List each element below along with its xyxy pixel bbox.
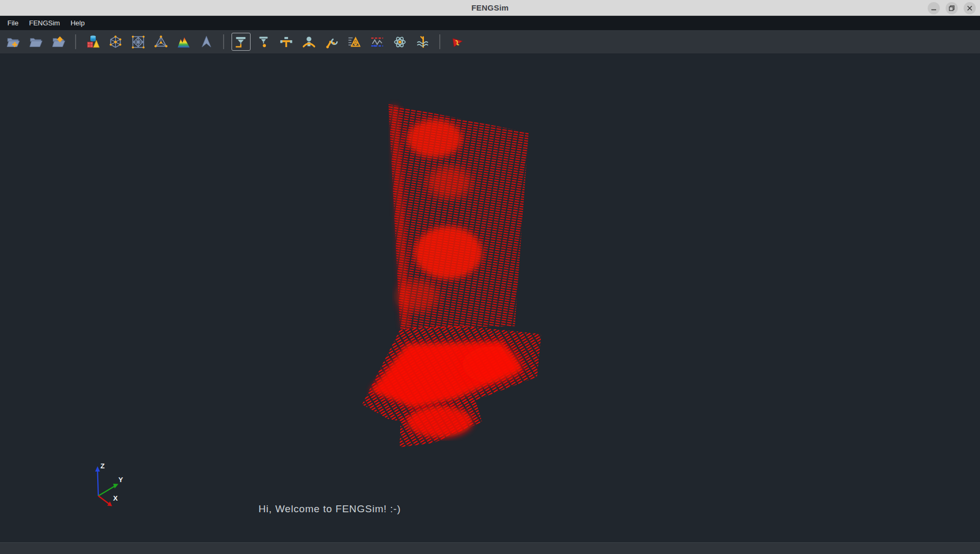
- toolbar-separator: [439, 34, 440, 49]
- mesh-nodes-icon: [108, 35, 123, 49]
- operator-button[interactable]: [300, 33, 319, 51]
- folder-open-icon: [29, 35, 43, 49]
- measure-probe-button[interactable]: [345, 33, 364, 51]
- robot-arm-button[interactable]: [322, 33, 341, 51]
- x-axis-label: X: [113, 494, 118, 502]
- additive-printer-button[interactable]: [232, 33, 251, 51]
- welding-button[interactable]: [413, 33, 432, 51]
- folder-new-icon: [6, 35, 20, 49]
- status-bar: [0, 542, 980, 554]
- window-controls: [928, 0, 976, 16]
- window-title: FENGSim: [471, 3, 509, 12]
- z-axis-arrow: [95, 466, 100, 472]
- surface-plot-button[interactable]: [174, 33, 193, 51]
- mesh-nodes-button[interactable]: [106, 33, 125, 51]
- toolbar-separator: [223, 34, 224, 49]
- measure-probe-icon: [347, 35, 362, 49]
- y-axis-arrow: [113, 484, 118, 488]
- maximize-button[interactable]: [946, 2, 958, 14]
- folder-new-button[interactable]: [4, 33, 23, 51]
- geometry-primitives-icon: [86, 35, 100, 49]
- additive-printer-alt-button[interactable]: [254, 33, 273, 51]
- menu-fengsim[interactable]: FENGSim: [24, 16, 66, 30]
- mesh-grid-icon: [131, 35, 145, 49]
- physics-atom-icon: [393, 35, 407, 49]
- milling-button[interactable]: [277, 33, 296, 51]
- signal-curves-icon: [370, 35, 384, 49]
- toolbar-separator: [75, 34, 76, 49]
- axis-triad: Z Y X: [95, 462, 123, 506]
- z-axis-label: Z: [100, 462, 105, 470]
- title-bar: FENGSim: [0, 0, 980, 16]
- alert-flag-button[interactable]: [448, 33, 467, 51]
- additive-printer-alt-icon: [256, 35, 271, 49]
- alert-flag-icon: [450, 35, 464, 49]
- menu-help[interactable]: Help: [65, 16, 90, 30]
- operator-icon: [302, 35, 316, 49]
- geometry-button[interactable]: [84, 33, 103, 51]
- pick-arrow-icon: [199, 35, 214, 49]
- folder-open-button[interactable]: [26, 33, 45, 51]
- platform-section: [362, 326, 541, 447]
- welcome-message: Hi, Welcome to FENGSim! :-): [258, 503, 401, 515]
- maximize-icon: [948, 5, 955, 12]
- physics-atom-button[interactable]: [391, 33, 410, 51]
- y-axis-label: Y: [118, 476, 123, 484]
- menu-file[interactable]: File: [2, 16, 24, 30]
- tetrahedron-mesh-icon: [154, 35, 168, 49]
- minimize-button[interactable]: [928, 2, 940, 14]
- surface-plot-icon: [177, 35, 191, 49]
- additive-printer-icon: [234, 35, 248, 49]
- mesh-grid-button[interactable]: [129, 33, 148, 51]
- viewport-3d[interactable]: Z Y X Hi, Welcome to FENGSim! :-): [0, 53, 980, 542]
- tetrahedron-button[interactable]: [152, 33, 171, 51]
- folder-import-icon: [51, 35, 66, 49]
- turbine-blade-render: Z Y X: [0, 53, 980, 542]
- robot-arm-icon: [325, 35, 339, 49]
- minimize-icon: [930, 5, 937, 12]
- welding-icon: [415, 35, 430, 49]
- milling-tool-icon: [279, 35, 293, 49]
- signal-curves-button[interactable]: [368, 33, 387, 51]
- pick-arrow-button[interactable]: [197, 33, 216, 51]
- close-button[interactable]: [964, 2, 976, 14]
- folder-import-button[interactable]: [49, 33, 68, 51]
- menu-bar: File FENGSim Help: [0, 16, 980, 30]
- blade-section: [389, 104, 529, 329]
- toolbar: [0, 30, 980, 53]
- close-icon: [966, 5, 973, 12]
